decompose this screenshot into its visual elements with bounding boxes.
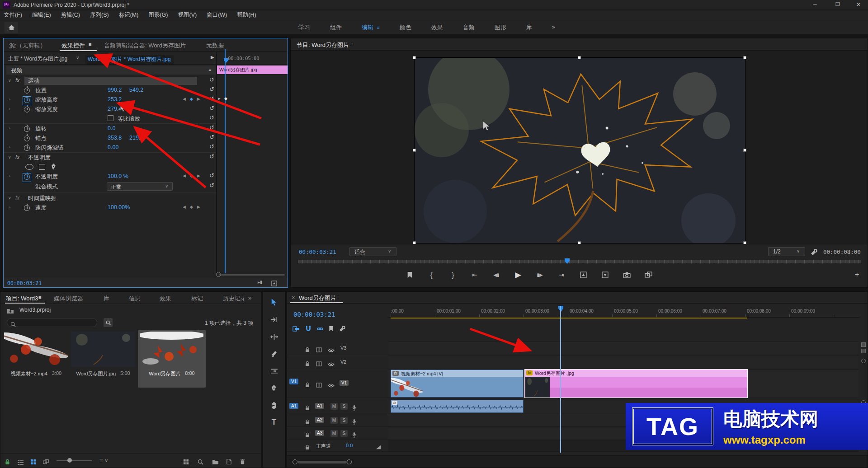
- stopwatch-icon[interactable]: [24, 88, 30, 94]
- list-view-icon[interactable]: [18, 458, 24, 466]
- uniform-scale-checkbox[interactable]: [108, 115, 113, 121]
- reset-icon[interactable]: ↺: [209, 95, 214, 102]
- track-lane-v2[interactable]: [388, 356, 859, 369]
- voiceover-mic-icon[interactable]: [352, 403, 356, 412]
- project-item-name[interactable]: Word另存图片: [149, 370, 180, 377]
- track-label[interactable]: V3: [340, 345, 346, 351]
- button-editor-plus-icon[interactable]: +: [855, 271, 859, 279]
- effect-row-uniform-scale[interactable]: 等比缩放 ↺: [4, 114, 216, 124]
- tab-effect-controls[interactable]: 效果控件: [61, 42, 85, 50]
- tab-source-monitor[interactable]: 源:（无剪辑）: [9, 42, 46, 50]
- icon-view-icon[interactable]: [30, 458, 36, 466]
- work-area-bar[interactable]: [391, 318, 747, 318]
- razor-tool[interactable]: [266, 347, 282, 360]
- ec-clip-bar[interactable]: Word另存图片.jpg: [217, 66, 288, 74]
- mute-button[interactable]: M: [330, 403, 338, 410]
- anti-flicker-value[interactable]: 0.00: [108, 144, 118, 150]
- ec-keyframe-diamond[interactable]: ◆: [224, 96, 227, 101]
- track-select-forward-tool[interactable]: [266, 313, 282, 326]
- clip-fx-badge[interactable]: fx: [526, 370, 533, 375]
- minimize-button[interactable]: ─: [808, 1, 822, 7]
- rotation-value[interactable]: 0.0: [108, 125, 115, 131]
- effect-row-anti-flicker[interactable]: › 防闪烁滤镜 0.00 ↺: [4, 143, 216, 153]
- snap-icon[interactable]: [305, 324, 311, 332]
- add-keyframe-icon[interactable]: ◆: [190, 173, 193, 178]
- workspace-overflow-icon[interactable]: »: [552, 23, 555, 32]
- zoom-level-dropdown[interactable]: 适合 ∨: [349, 247, 396, 256]
- panel-overflow-icon[interactable]: »: [248, 295, 251, 301]
- effect-row-motion[interactable]: ∨ fx 运动 ↺: [4, 76, 216, 86]
- go-to-out-icon[interactable]: ⇥: [554, 268, 569, 281]
- program-video-frame[interactable]: [415, 58, 745, 243]
- playback-resolution-dropdown[interactable]: 1/2 ∨: [768, 247, 805, 256]
- close-button[interactable]: ✕: [852, 1, 865, 8]
- lock-icon[interactable]: [305, 443, 310, 451]
- thumbnail-zoom-knob[interactable]: [67, 458, 72, 463]
- anchor-x-value[interactable]: 353.8: [108, 135, 122, 141]
- project-search-input[interactable]: [7, 318, 97, 327]
- add-keyframe-icon[interactable]: ◆: [190, 205, 193, 209]
- next-keyframe-icon[interactable]: ▶: [197, 205, 200, 209]
- effect-row-scale-height[interactable]: › 缩放高度 253.2 ◀ ◆ ▶ ↺: [4, 95, 216, 105]
- reset-icon[interactable]: ↺: [209, 86, 214, 93]
- effect-row-blend-mode[interactable]: 混合模式 正常 ∨ ↺: [4, 182, 216, 192]
- effect-row-position[interactable]: 位置 990.2 549.2 ↺: [4, 86, 216, 95]
- ec-hscroll[interactable]: [219, 274, 285, 276]
- menu-file[interactable]: 文件(F): [4, 11, 22, 19]
- ec-bottom-timecode[interactable]: 00:00:03:21: [7, 280, 42, 286]
- project-item-video[interactable]: 视频素材~2.mp43:00: [4, 332, 68, 385]
- step-back-icon[interactable]: ◀▮: [489, 268, 504, 281]
- hscroll-bar[interactable]: [298, 461, 347, 463]
- stopwatch-icon[interactable]: [24, 136, 30, 141]
- effect-row-speed[interactable]: › 速度 100.00% ◀ ◆ ▶: [4, 203, 216, 213]
- reset-icon[interactable]: ↺: [209, 134, 214, 140]
- stopwatch-icon[interactable]: [24, 107, 30, 112]
- new-bin-icon[interactable]: [212, 458, 219, 466]
- add-keyframe-icon[interactable]: ◆: [190, 97, 193, 101]
- reset-icon[interactable]: ↺: [209, 124, 214, 131]
- insert-overwrite-icon[interactable]: [292, 324, 300, 332]
- transform-handle[interactable]: [743, 149, 746, 152]
- workspace-tab-editing[interactable]: 编辑 ≡: [362, 23, 380, 32]
- maximize-button[interactable]: ❐: [831, 1, 844, 7]
- pen-mask-icon[interactable]: [51, 163, 57, 170]
- expand-chevron-icon[interactable]: ›: [9, 205, 10, 210]
- expand-chevron-icon[interactable]: ›: [9, 145, 10, 150]
- project-item-name[interactable]: 视频素材~2.mp4: [11, 370, 47, 377]
- tab-metadata[interactable]: 元数据: [206, 42, 224, 50]
- pen-tool[interactable]: [266, 381, 282, 395]
- expand-chevron-icon[interactable]: ∨: [8, 196, 11, 200]
- hscroll-right-knob[interactable]: [347, 459, 352, 464]
- position-x-value[interactable]: 990.2: [108, 87, 122, 93]
- tab-project[interactable]: 项目: Word3: [6, 295, 38, 303]
- extract-icon[interactable]: [597, 268, 613, 281]
- program-timecode[interactable]: 00:00:03:21: [299, 248, 336, 255]
- solo-button[interactable]: S: [340, 417, 348, 424]
- expand-chevron-icon[interactable]: ›: [9, 174, 10, 178]
- timeline-ruler[interactable]: :00:00 00:00:01:00 00:00:02:00 00:00:03:…: [388, 306, 859, 318]
- track-label[interactable]: V2: [340, 359, 346, 365]
- lock-icon[interactable]: [305, 345, 310, 353]
- add-marker-icon[interactable]: [402, 268, 417, 281]
- menu-graphics[interactable]: 图形(G): [148, 11, 168, 19]
- program-scrub-bar[interactable]: [298, 260, 861, 263]
- hscroll-left-knob[interactable]: [292, 459, 297, 464]
- freeform-view-icon[interactable]: [43, 458, 49, 466]
- mark-out-icon[interactable]: }: [445, 268, 461, 281]
- track-target-a2[interactable]: A2: [315, 417, 324, 423]
- timeline-settings-wrench-icon[interactable]: [339, 324, 345, 332]
- sync-lock-icon[interactable]: [316, 360, 322, 368]
- workspace-tab-assembly[interactable]: 组件: [330, 23, 342, 32]
- expand-chevron-icon[interactable]: ›: [9, 97, 10, 102]
- transform-handle[interactable]: [413, 56, 416, 59]
- clip-fx-badge[interactable]: fx: [392, 371, 399, 376]
- reset-icon[interactable]: ↺: [209, 105, 214, 112]
- master-volume-value[interactable]: 0.0: [346, 443, 353, 448]
- ec-export-icon[interactable]: [271, 279, 277, 287]
- menu-help[interactable]: 帮助(H): [237, 11, 256, 19]
- chevron-down-icon[interactable]: ∨: [76, 55, 79, 60]
- thumbnail-zoom-slider[interactable]: [57, 460, 92, 461]
- timeline-tab[interactable]: Word另存图片: [299, 294, 336, 302]
- voiceover-mic-icon[interactable]: [352, 431, 356, 439]
- slip-tool[interactable]: [266, 364, 282, 378]
